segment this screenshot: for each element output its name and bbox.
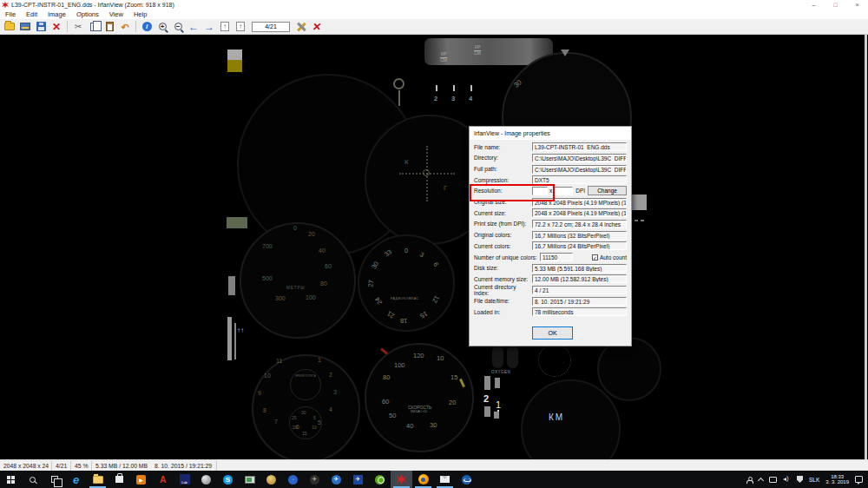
- save-button[interactable]: [34, 20, 48, 33]
- exit-button[interactable]: ✕: [310, 20, 324, 33]
- clock-date: 3. 3. 2019: [825, 479, 849, 485]
- print-size-field[interactable]: 72.2 x 72.2 cm; 28.4 x 28.4 inches: [532, 220, 627, 228]
- auto-count-checkbox[interactable]: ✓: [592, 254, 598, 260]
- taskbar-item-firefox[interactable]: [412, 471, 434, 488]
- current-size-field[interactable]: 2048 x 2048 Pixels (4.19 MPixels) (1.00): [532, 208, 627, 217]
- open-button[interactable]: [3, 20, 16, 33]
- gauge-pointer-triangle: [561, 49, 569, 56]
- directory-index-field[interactable]: 4 / 21: [532, 286, 627, 294]
- minimize-button[interactable]: –: [803, 0, 825, 10]
- taskbar-item-store[interactable]: [108, 471, 130, 488]
- window-controls: – □ ×: [803, 0, 868, 10]
- image-canvas[interactable]: 30 КРСМ КРСМ 2 3 4 К Г 0 20 40 60 80 100…: [0, 35, 868, 459]
- taskbar-item-green-app[interactable]: [369, 471, 391, 488]
- menu-options[interactable]: Options: [71, 10, 104, 18]
- needle-arrows: ↑↑: [237, 326, 244, 334]
- taskbar-item-sphere-app[interactable]: [195, 471, 217, 488]
- gauge-number: 10: [264, 373, 271, 379]
- toolbar-separator: [135, 21, 136, 32]
- compression-field[interactable]: DXT5: [532, 175, 627, 184]
- vertical-scrollbar[interactable]: [865, 35, 867, 459]
- taskbar-item-skype[interactable]: S: [217, 471, 239, 488]
- undo-button[interactable]: ↶: [118, 20, 132, 33]
- gauge-number: 7: [274, 419, 278, 425]
- taskbar-item-paint-app[interactable]: [260, 471, 282, 488]
- taskbar-item-edge[interactable]: e: [65, 471, 87, 488]
- status-size: 5.33 MB / 12.00 MB: [92, 461, 151, 471]
- dialog-title[interactable]: IrfanView - Image properties: [470, 127, 631, 140]
- window-title: L39-CPT-INSTR-01_ENG.dds - IrfanView (Zo…: [11, 2, 174, 8]
- copy-button[interactable]: [87, 20, 101, 33]
- gauge-number: 700: [262, 243, 273, 249]
- status-dimensions: 2048 x 2048 x 24 BPP: [0, 461, 52, 471]
- cut-button[interactable]: ✂: [71, 20, 85, 33]
- menu-help[interactable]: Help: [128, 10, 152, 18]
- taskbar-item-flightsim-app[interactable]: ✈: [326, 471, 347, 488]
- memory-size-field[interactable]: 12.00 MB (12.582.912 Bytes): [532, 274, 627, 283]
- taskbar-item-lab-app[interactable]: Lab: [174, 471, 195, 488]
- full-path-field[interactable]: C:\Users\MAJO\Desktop\L39C_DIFF__MA: [532, 165, 627, 174]
- taskbar-item-file-explorer[interactable]: [87, 471, 108, 488]
- previous-image-button[interactable]: ←: [187, 20, 201, 33]
- current-colors-field[interactable]: 16,7 Millions (24 BitsPerPixel): [532, 241, 627, 250]
- exit-x-icon: ✕: [312, 22, 322, 32]
- people-icon[interactable]: [746, 477, 753, 483]
- file-datetime-field[interactable]: 8. 10. 2015 / 19:21:29: [532, 297, 627, 306]
- volume-icon[interactable]: [783, 476, 791, 483]
- slideshow-button[interactable]: [18, 20, 32, 33]
- taskbar-item-circle-app[interactable]: [456, 471, 477, 488]
- next-image-button[interactable]: →: [202, 20, 216, 33]
- taskbar-item-mail[interactable]: [434, 471, 456, 488]
- zoom-in-button[interactable]: +: [155, 20, 169, 33]
- taskbar-item-propeller-app[interactable]: ✈: [304, 471, 326, 488]
- gauge-number: 100: [306, 294, 316, 300]
- gauge-label: МЕТРЫ: [286, 286, 305, 290]
- bottle-app-icon: ◦: [288, 475, 298, 485]
- change-button[interactable]: Change: [588, 186, 627, 195]
- zoom-out-button[interactable]: −: [171, 20, 185, 33]
- loaded-in-field[interactable]: 78 milliseconds: [532, 307, 627, 316]
- disk-size-field[interactable]: 5.33 MB (5.591.168 Bytes): [532, 264, 627, 273]
- next-page-button[interactable]: ↑: [233, 20, 247, 33]
- task-view-button[interactable]: [43, 471, 65, 488]
- taskbar-item-bottle-app[interactable]: ◦: [282, 471, 304, 488]
- maximize-button[interactable]: □: [825, 0, 846, 10]
- taskbar-item-falcon-app[interactable]: ✈: [347, 471, 369, 488]
- defender-shield-icon[interactable]: [797, 476, 803, 483]
- clock[interactable]: 18:333. 3. 2019: [825, 474, 849, 485]
- info-button[interactable]: i: [140, 20, 154, 33]
- taskbar-item-films-tv[interactable]: ▶: [130, 471, 152, 488]
- language-indicator[interactable]: SLK: [809, 477, 819, 483]
- file-name-field[interactable]: L39-CPT-INSTR-01_ENG.dds: [532, 142, 627, 151]
- paste-button[interactable]: [102, 20, 116, 33]
- taskbar-item-irfanview[interactable]: [391, 471, 412, 488]
- taskbar-item-screenshot-app[interactable]: [239, 471, 260, 488]
- window-titlebar[interactable]: L39-CPT-INSTR-01_ENG.dds - IrfanView (Zo…: [0, 0, 868, 10]
- taskbar-search-button[interactable]: [22, 471, 43, 488]
- resolution-y-input[interactable]: [554, 187, 573, 195]
- close-button[interactable]: ×: [846, 0, 868, 10]
- store-bag-icon: [115, 476, 123, 483]
- menu-file[interactable]: File: [0, 10, 21, 18]
- ok-button[interactable]: OK: [532, 326, 573, 340]
- altimeter-bezel: [240, 222, 356, 339]
- toolbar-separator: [67, 21, 68, 32]
- start-button[interactable]: [0, 471, 22, 488]
- taskbar-item-acrobat[interactable]: A: [152, 471, 174, 488]
- unique-colors-field[interactable]: 11150: [540, 253, 573, 261]
- page-counter-input[interactable]: [252, 22, 290, 32]
- network-display-icon[interactable]: [769, 477, 777, 483]
- action-center-icon[interactable]: [855, 476, 863, 483]
- chevron-up-icon[interactable]: [758, 477, 764, 483]
- original-colors-field[interactable]: 16,7 Millions (32 BitsPerPixel): [532, 231, 627, 240]
- menu-image[interactable]: Image: [43, 10, 71, 18]
- delete-button[interactable]: ✕: [49, 20, 63, 33]
- gauge-number: 30: [301, 410, 306, 415]
- directory-field[interactable]: C:\Users\MAJO\Desktop\L39C_DIFF__MA: [532, 154, 627, 162]
- properties-button[interactable]: [294, 20, 308, 33]
- menu-edit[interactable]: Edit: [21, 10, 43, 18]
- image-properties-dialog[interactable]: IrfanView - Image properties File name:L…: [469, 126, 632, 346]
- previous-page-button[interactable]: ↑: [218, 20, 232, 33]
- menu-view[interactable]: View: [104, 10, 128, 18]
- status-filler: [217, 461, 868, 471]
